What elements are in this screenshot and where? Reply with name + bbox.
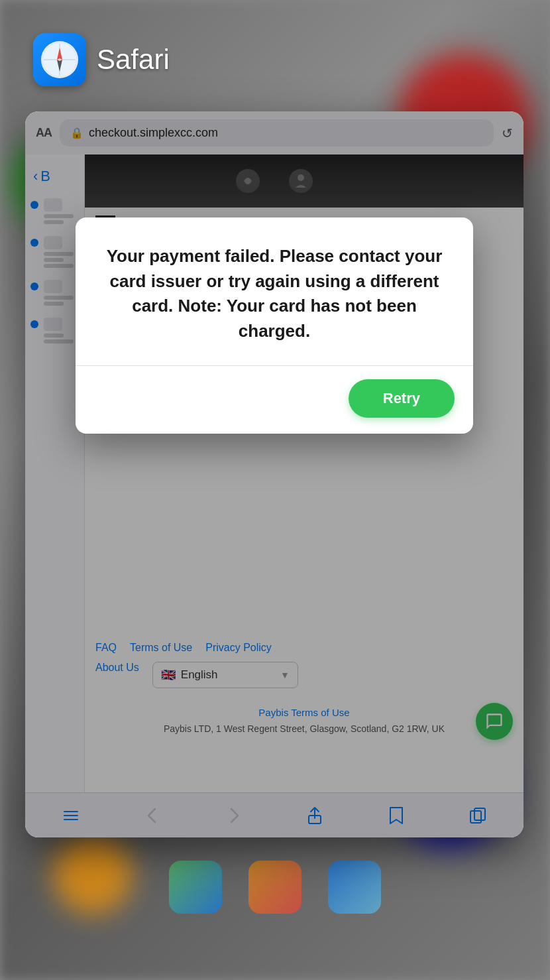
bg-app-icon-1 (169, 861, 222, 914)
bg-app-icon-2 (248, 861, 302, 914)
payment-failed-dialog: Your payment failed. Please contact your… (76, 217, 473, 434)
payment-failed-message: Your payment failed. Please contact your… (99, 244, 449, 344)
retry-button[interactable]: Retry (349, 379, 455, 418)
modal-body: Your payment failed. Please contact your… (76, 217, 473, 365)
bg-app-icon-3 (328, 861, 381, 914)
safari-browser-window: AA 🔒 checkout.simplexcc.com ↺ ‹ B (25, 111, 523, 837)
modal-overlay: Your payment failed. Please contact your… (25, 111, 523, 837)
safari-app-title: Safari (97, 44, 170, 76)
modal-actions: Retry (76, 366, 473, 434)
safari-app-icon (33, 33, 86, 86)
safari-app-header: Safari (33, 33, 170, 86)
background-dock-icons (0, 861, 550, 914)
